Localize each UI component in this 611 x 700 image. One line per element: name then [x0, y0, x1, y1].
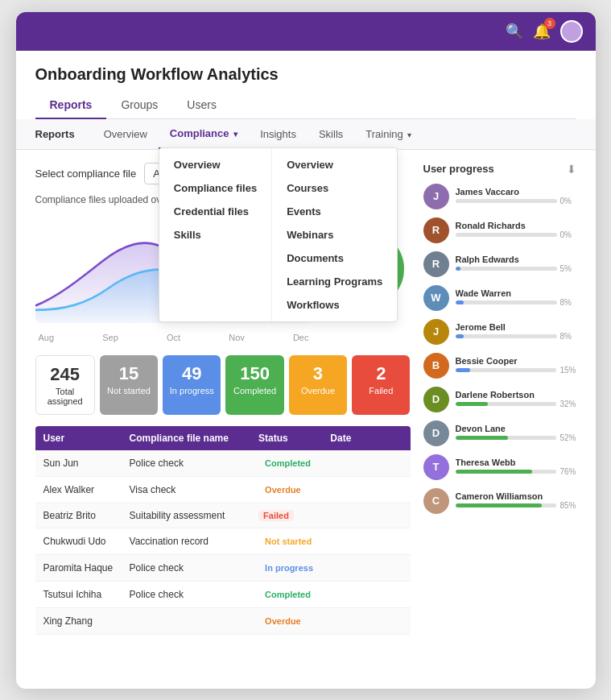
progress-bar-bg: [456, 470, 557, 474]
training-menu-item-courses[interactable]: Courses: [272, 176, 397, 200]
chevron-down-icon: ▾: [233, 130, 237, 139]
progress-bar-container: 32%: [456, 400, 576, 408]
user-avatar: C: [423, 488, 449, 514]
user-info: Darlene Robertson 32%: [456, 390, 576, 408]
progress-pct: 85%: [559, 501, 576, 510]
progress-bar-container: 8%: [456, 332, 576, 341]
x-label-sep: Sep: [102, 333, 118, 342]
progress-bar-container: 5%: [456, 264, 576, 273]
status-not-started: Not started: [258, 535, 318, 548]
user-avatar: B: [423, 353, 449, 379]
user-progress-item: B Bessie Cooper 15%: [423, 353, 576, 379]
user-info: Cameron Williamson 85%: [456, 491, 576, 510]
progress-panel-header: User progress ⬇: [423, 163, 576, 176]
user-beatriz-brito: Beatriz Brito: [43, 510, 130, 521]
progress-pct: 8%: [560, 332, 576, 341]
notification-icon[interactable]: 🔔 3: [533, 23, 551, 40]
user-tsutsui: Tsutsui Ichiha: [43, 589, 130, 600]
progress-pct: 15%: [559, 366, 576, 375]
subnav-label: Reports: [35, 120, 86, 148]
user-avatar: T: [423, 454, 449, 480]
user-avatar: R: [423, 217, 449, 243]
training-menu-item-documents[interactable]: Documents: [272, 246, 397, 270]
file-visa-check: Visa check: [130, 484, 259, 495]
filter-label: Select compliance file: [35, 168, 137, 180]
progress-bar-fill: [456, 267, 460, 271]
training-menu-item-overview[interactable]: Overview: [272, 153, 397, 176]
user-info: Ralph Edwards 5%: [456, 255, 576, 273]
user-progress-item: C Cameron Williamson 85%: [423, 488, 576, 514]
table-header: User Compliance file name Status Date: [35, 426, 411, 450]
search-icon[interactable]: 🔍: [506, 23, 523, 40]
user-progress-item: R Ralph Edwards 5%: [423, 251, 576, 277]
progress-bar-container: 8%: [456, 298, 576, 307]
progress-bar-fill: [456, 368, 471, 372]
progress-bar-container: 0%: [456, 230, 576, 239]
file-police-check: Police check: [130, 458, 259, 469]
training-chevron-icon: ▾: [407, 130, 411, 139]
status-overdue: Overdue: [258, 483, 308, 496]
user-progress-item: W Wade Warren 8%: [423, 285, 576, 311]
progress-bar-bg: [456, 233, 557, 237]
main-window: 🔍 🔔 3 Onboarding Workflow Analytics Repo…: [16, 12, 596, 689]
training-menu-item-events[interactable]: Events: [272, 200, 397, 223]
user-info: Theresa Webb 76%: [456, 458, 576, 476]
training-menu-item-learning-programs[interactable]: Learning Programs: [272, 270, 397, 293]
table-row: Alex Walker Visa check Overdue: [35, 477, 411, 503]
user-name: Cameron Williamson: [456, 491, 576, 501]
progress-bar-bg: [456, 199, 557, 203]
subnav-item-skills[interactable]: Skills: [308, 120, 354, 148]
tab-groups[interactable]: Groups: [106, 92, 172, 119]
user-progress-item: J Jerome Bell 8%: [423, 319, 576, 345]
table-row: Tsutsui Ichiha Police check Completed: [35, 582, 411, 608]
progress-panel-title: User progress: [423, 163, 494, 175]
subnav-item-compliance[interactable]: Compliance ▾ Overview Compliance files C…: [159, 119, 249, 149]
progress-pct: 5%: [560, 264, 576, 273]
topbar: 🔍 🔔 3: [16, 12, 596, 51]
status-completed: Completed: [258, 457, 317, 470]
subnav-item-insights[interactable]: Insights: [249, 120, 308, 148]
user-avatar[interactable]: [560, 20, 583, 43]
user-avatar: J: [423, 184, 449, 209]
col-date: Date: [330, 433, 402, 444]
user-name: Ronald Richards: [456, 221, 576, 230]
user-name: Ralph Edwards: [456, 255, 576, 264]
progress-bar-fill: [456, 334, 464, 338]
table-row: Beatriz Brito Suitability assessment Fai…: [35, 503, 411, 528]
primary-tabs: Reports Groups Users: [35, 92, 576, 119]
subnav-item-overview[interactable]: Overview: [93, 120, 159, 148]
subnav-item-training[interactable]: Training ▾: [354, 120, 423, 148]
compliance-dropdown: Overview Compliance files Credential fil…: [159, 147, 398, 322]
user-info: James Vaccaro 0%: [456, 187, 576, 205]
tab-reports[interactable]: Reports: [35, 92, 107, 119]
col-user: User: [43, 433, 130, 444]
page-header: Onboarding Workflow Analytics Reports Gr…: [16, 51, 596, 119]
compliance-menu-item-credential-files[interactable]: Credential files: [159, 200, 271, 223]
progress-bar-bg: [456, 300, 557, 304]
page-title: Onboarding Workflow Analytics: [35, 65, 576, 84]
x-label-oct: Oct: [167, 333, 180, 342]
user-avatar: J: [423, 319, 449, 345]
status-completed-2: Completed: [258, 588, 317, 601]
progress-pct: 8%: [560, 298, 576, 307]
compliance-menu-item-compliance-files[interactable]: Compliance files: [159, 176, 271, 200]
col-status: Status: [258, 433, 330, 444]
user-info: Jerome Bell 8%: [456, 322, 576, 341]
download-icon[interactable]: ⬇: [567, 163, 576, 176]
training-menu-item-webinars[interactable]: Webinars: [272, 223, 397, 246]
user-name: Devon Lane: [456, 424, 576, 433]
tab-users[interactable]: Users: [172, 92, 231, 119]
progress-pct: 76%: [559, 467, 576, 476]
user-xing: Xing Zhang: [43, 615, 130, 627]
compliance-menu-item-skills[interactable]: Skills: [159, 223, 271, 246]
progress-bar-fill: [456, 470, 533, 474]
status-in-progress: In progress: [258, 561, 320, 574]
stat-failed: 2 Failed: [352, 355, 410, 415]
progress-pct: 0%: [560, 230, 576, 239]
user-avatar: D: [423, 420, 449, 446]
training-menu-item-workflows[interactable]: Workflows: [272, 293, 397, 317]
compliance-menu-item-overview[interactable]: Overview: [159, 153, 271, 176]
user-progress-item: R Ronald Richards 0%: [423, 217, 576, 243]
progress-bar-fill: [456, 436, 509, 440]
compliance-dropdown-col1: Overview Compliance files Credential fil…: [159, 148, 272, 321]
